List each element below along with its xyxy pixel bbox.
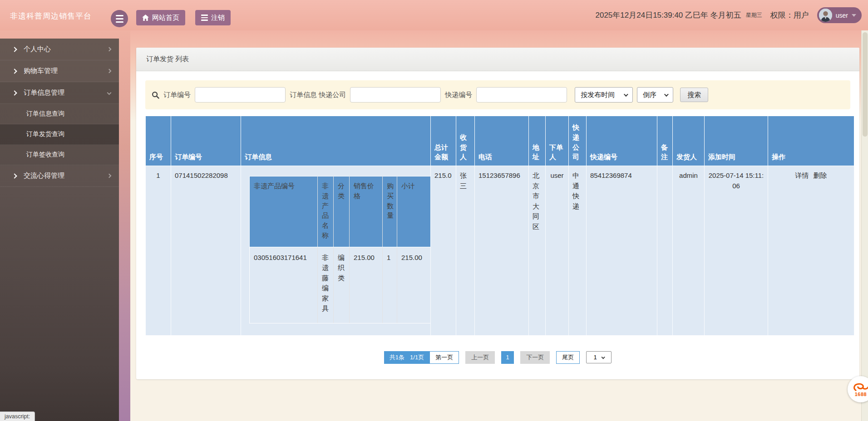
sidebar-item-label: 个人中心	[24, 45, 51, 54]
logout-button[interactable]: 注销	[195, 10, 231, 25]
ncell-product-name: 非遗藤编家具	[318, 247, 334, 323]
ncell-subtotal: 215.00	[397, 247, 430, 323]
ncol-quantity: 购买数量	[383, 176, 397, 247]
cell-phone: 15123657896	[475, 166, 529, 336]
app-title: 非遗科普周边销售平台	[10, 11, 92, 21]
main-content: 订单发货 列表 订单编号 订单信息 快递公司 快递编号 按发布时间	[130, 30, 868, 421]
current-page-button[interactable]: 1	[501, 351, 514, 364]
col-phone: 电话	[475, 116, 529, 166]
panel-body: 订单编号 订单信息 快递公司 快递编号 按发布时间 倒序 搜索	[136, 71, 859, 379]
cell-index: 1	[146, 166, 171, 336]
chevron-right-icon	[12, 173, 17, 178]
avatar	[819, 9, 832, 22]
pagination-info: 共1条 1/1页	[384, 351, 429, 364]
next-page-button[interactable]: 下一页	[520, 351, 550, 364]
cell-address: 北京市大同区	[529, 166, 546, 336]
table-header-row: 序号 订单编号 订单信息 总计金额 收货人 电话 地址 下单人 快递公司 快递编…	[146, 116, 854, 166]
page-jump-select[interactable]: 1	[586, 351, 612, 363]
ncol-subtotal: 小计	[397, 176, 430, 247]
home-icon	[142, 15, 149, 21]
hamburger-icon	[116, 15, 123, 16]
ncell-category: 编织类	[334, 247, 350, 323]
delete-link[interactable]: 删除	[814, 171, 827, 179]
search-icon	[152, 91, 159, 99]
sort-field-select[interactable]: 按发布时间	[575, 87, 633, 103]
orders-table: 序号 订单编号 订单信息 总计金额 收货人 电话 地址 下单人 快递公司 快递编…	[145, 116, 854, 336]
first-page-button[interactable]: 第一页	[429, 351, 459, 364]
order-no-label: 订单编号	[163, 91, 191, 99]
sidebar-subitem-order-shipping-query[interactable]: 订单发货查询	[0, 124, 119, 145]
top-bar-right: 2025年12月24日15:39:40 乙巳年 冬月初五 星期三 权限：用户 u…	[596, 0, 862, 30]
col-total: 总计金额	[431, 116, 456, 166]
page-title: 订单发货 列表	[146, 55, 189, 64]
sidebar-subitem-label: 订单信息查询	[26, 110, 64, 118]
cell-added-time: 2025-07-14 15:11:06	[705, 166, 768, 336]
order-no-input[interactable]	[195, 87, 286, 103]
permission-text: 权限：用户	[770, 10, 809, 20]
chevron-right-icon	[107, 174, 112, 178]
ncol-product-name: 非遗产品名称	[318, 176, 334, 247]
datetime-text: 2025年12月24日15:39:40 乙巳年 冬月初五	[596, 10, 741, 20]
sort-order-select[interactable]: 倒序	[637, 87, 673, 103]
col-index: 序号	[146, 116, 171, 166]
ncol-price: 销售价格	[350, 176, 383, 247]
sidebar-item-label: 交流心得管理	[24, 171, 64, 180]
col-tracking: 快递编号	[587, 116, 657, 166]
user-menu[interactable]: user	[817, 7, 862, 23]
chevron-down-icon	[664, 92, 669, 97]
page-jump-value: 1	[594, 354, 597, 361]
scrollbar[interactable]	[861, 30, 868, 421]
search-bar: 订单编号 订单信息 快递公司 快递编号 按发布时间 倒序 搜索	[145, 80, 850, 109]
app-logo-box: 非遗科普周边销售平台	[0, 0, 119, 39]
last-page-button[interactable]: 尾页	[556, 351, 580, 364]
pagination: 共1条 1/1页 第一页 上一页 1 下一页 尾页 1	[145, 351, 850, 364]
username-label: user	[836, 12, 848, 19]
sidebar-item-personal-center[interactable]: 个人中心	[0, 39, 119, 60]
scrollbar-thumb[interactable]	[863, 32, 868, 137]
sidebar-subitem-label: 订单发货查询	[26, 130, 64, 138]
chevron-right-icon	[12, 69, 17, 73]
chevron-right-icon	[12, 90, 17, 95]
menu-bars-icon	[201, 15, 208, 21]
sort-field-value: 按发布时间	[581, 91, 615, 99]
ncell-price: 215.00	[350, 247, 383, 323]
chevron-down-icon	[624, 92, 628, 97]
sidebar-subitem-order-receipt-query[interactable]: 订单签收查询	[0, 145, 119, 165]
ncol-category: 分类	[334, 176, 350, 247]
sort-order-value: 倒序	[643, 91, 656, 99]
order-info-courier-label: 订单信息 快递公司	[290, 91, 346, 99]
cell-total: 215.0	[431, 166, 456, 336]
tracking-no-input[interactable]	[476, 87, 567, 103]
home-button[interactable]: 网站首页	[136, 10, 185, 25]
sidebar-item-cart-management[interactable]: 购物车管理	[0, 60, 119, 82]
sidebar-item-label: 购物车管理	[24, 67, 58, 75]
avatar-image	[819, 9, 832, 22]
cell-courier: 中通快递	[569, 166, 587, 336]
chevron-down-icon	[601, 355, 605, 359]
sidebar-subitem-order-info-query[interactable]: 订单信息查询	[0, 104, 119, 124]
sidebar-item-exchange-management[interactable]: 交流心得管理	[0, 165, 119, 187]
logout-button-label: 注销	[211, 14, 225, 22]
table-row: 1 07141502282098	[146, 166, 854, 336]
col-added-time: 添加时间	[705, 116, 768, 166]
ncell-product-no: 03051603171641	[250, 247, 318, 323]
cell-buyer: user	[546, 166, 569, 336]
logo-1688[interactable]: 1688	[848, 376, 868, 402]
search-button[interactable]: 搜索	[680, 88, 708, 102]
chevron-right-icon	[107, 47, 112, 52]
cell-actions: 详情 删除	[768, 166, 854, 336]
cell-receiver: 张三	[456, 166, 475, 336]
sidebar-item-order-info-management[interactable]: 订单信息管理	[0, 82, 119, 104]
home-button-label: 网站首页	[152, 14, 179, 22]
col-buyer: 下单人	[546, 116, 569, 166]
sidebar-subitem-label: 订单签收查询	[26, 151, 64, 159]
logo-1688-label: 1688	[855, 392, 867, 397]
tracking-no-label: 快递编号	[445, 91, 472, 99]
col-actions: 操作	[768, 116, 854, 166]
detail-link[interactable]: 详情	[795, 171, 809, 179]
prev-page-button[interactable]: 上一页	[465, 351, 495, 364]
pagination-summary-group: 共1条 1/1页 第一页	[384, 351, 459, 364]
courier-company-input[interactable]	[350, 87, 441, 103]
cell-remark	[657, 166, 673, 336]
sidebar-toggle-button[interactable]	[111, 10, 128, 27]
